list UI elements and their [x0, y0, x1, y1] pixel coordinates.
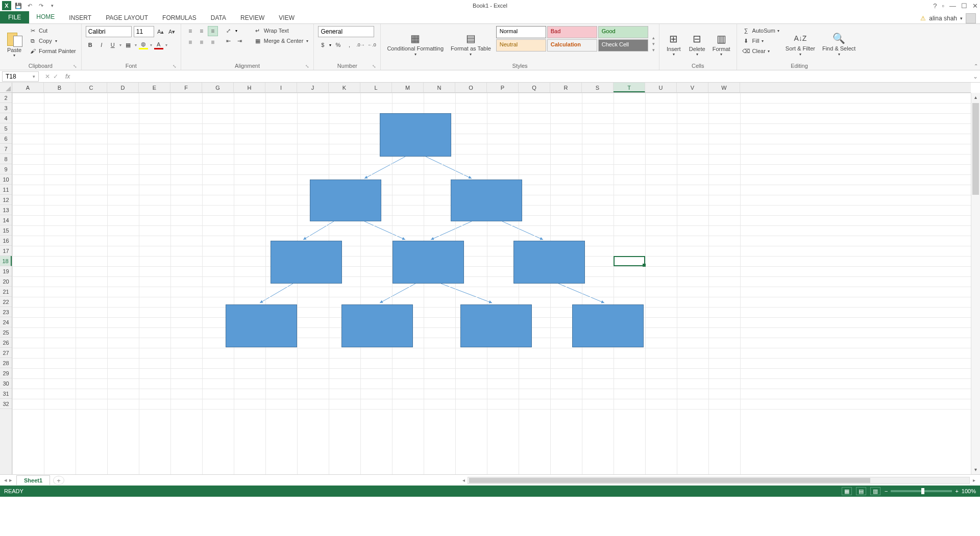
- dialog-launcher-icon[interactable]: ⤡: [372, 64, 376, 69]
- help-icon[interactable]: ?: [933, 2, 937, 10]
- row-head-12[interactable]: 12: [0, 195, 12, 205]
- undo-icon[interactable]: ↶: [26, 2, 34, 10]
- rectangle-shape[interactable]: [572, 304, 644, 347]
- row-head-28[interactable]: 28: [0, 358, 12, 368]
- zoom-in-button[interactable]: +: [955, 488, 958, 494]
- col-head-R[interactable]: R: [550, 83, 582, 92]
- decrease-decimal-button[interactable]: ←.0: [367, 40, 376, 49]
- rectangle-shape[interactable]: [393, 241, 464, 284]
- row-head-2[interactable]: 2: [0, 93, 12, 103]
- autosum-button[interactable]: ∑AutoSum▾: [741, 26, 780, 35]
- row-head-7[interactable]: 7: [0, 144, 12, 154]
- account-dropdown-icon[interactable]: ▾: [960, 16, 963, 21]
- col-head-S[interactable]: S: [582, 83, 614, 92]
- column-headers[interactable]: ABCDEFGHIJKLMNOPQRSTUVW: [12, 83, 971, 93]
- cancel-icon[interactable]: ✕: [45, 73, 50, 80]
- insert-cells-button[interactable]: ⊞Insert▾: [664, 26, 684, 62]
- rectangle-shape[interactable]: [460, 304, 532, 347]
- row-head-23[interactable]: 23: [0, 307, 12, 317]
- col-head-A[interactable]: A: [12, 83, 44, 92]
- collapse-ribbon-icon[interactable]: ⌃: [974, 63, 978, 69]
- col-head-G[interactable]: G: [202, 83, 234, 92]
- row-head-20[interactable]: 20: [0, 276, 12, 287]
- increase-decimal-button[interactable]: .0→: [356, 40, 365, 49]
- qat-dropdown-icon[interactable]: ▾: [48, 2, 56, 10]
- col-head-K[interactable]: K: [329, 83, 360, 92]
- hscroll-left-icon[interactable]: ◂: [459, 477, 468, 483]
- account-area[interactable]: ⚠ alina shah ▾: [920, 13, 976, 23]
- row-head-31[interactable]: 31: [0, 389, 12, 399]
- paste-button[interactable]: Paste ▾: [4, 26, 24, 62]
- tab-page-layout[interactable]: PAGE LAYOUT: [99, 12, 155, 23]
- redo-icon[interactable]: ↷: [37, 2, 45, 10]
- row-head-8[interactable]: 8: [0, 154, 12, 164]
- accounting-button[interactable]: $: [318, 40, 327, 49]
- col-head-Q[interactable]: Q: [519, 83, 550, 92]
- col-head-I[interactable]: I: [265, 83, 297, 92]
- dialog-launcher-icon[interactable]: ⤡: [305, 64, 309, 69]
- col-head-V[interactable]: V: [677, 83, 708, 92]
- tab-insert[interactable]: INSERT: [62, 12, 99, 23]
- comma-button[interactable]: ,: [345, 40, 354, 49]
- connector-arrow[interactable]: [303, 221, 334, 240]
- row-head-11[interactable]: 11: [0, 185, 12, 195]
- name-box[interactable]: T18 ▾: [2, 71, 39, 82]
- col-head-P[interactable]: P: [487, 83, 519, 92]
- avatar-icon[interactable]: [966, 13, 976, 23]
- dialog-launcher-icon[interactable]: ⤡: [73, 64, 77, 69]
- row-head-16[interactable]: 16: [0, 236, 12, 246]
- row-head-29[interactable]: 29: [0, 368, 12, 378]
- connector-arrow[interactable]: [502, 221, 543, 240]
- connector-arrow[interactable]: [431, 221, 472, 240]
- rectangle-shape[interactable]: [271, 241, 342, 284]
- row-head-3[interactable]: 3: [0, 103, 12, 113]
- col-head-M[interactable]: M: [392, 83, 424, 92]
- connector-arrow[interactable]: [364, 157, 405, 178]
- col-head-N[interactable]: N: [424, 83, 455, 92]
- col-head-U[interactable]: U: [645, 83, 677, 92]
- formula-input[interactable]: [73, 71, 971, 82]
- page-break-view-button[interactable]: ▥: [870, 487, 880, 495]
- ribbon-display-icon[interactable]: ▫: [942, 2, 944, 10]
- col-head-W[interactable]: W: [708, 83, 740, 92]
- col-head-O[interactable]: O: [455, 83, 487, 92]
- hscroll-thumb[interactable]: [469, 478, 870, 483]
- align-bottom-button[interactable]: ≡: [208, 26, 218, 36]
- col-head-C[interactable]: C: [76, 83, 107, 92]
- style-normal[interactable]: Normal: [496, 26, 546, 38]
- scroll-up-icon[interactable]: ▴: [971, 93, 980, 102]
- style-neutral[interactable]: Neutral: [496, 39, 546, 52]
- fx-icon[interactable]: fx: [62, 73, 73, 80]
- col-head-E[interactable]: E: [139, 83, 170, 92]
- col-head-H[interactable]: H: [234, 83, 265, 92]
- format-as-table-button[interactable]: ▤ Format as Table▾: [449, 26, 493, 62]
- clear-button[interactable]: ⌫Clear▾: [741, 46, 780, 56]
- bold-button[interactable]: B: [86, 40, 95, 49]
- conditional-formatting-button[interactable]: ▦ Conditional Formatting▾: [385, 26, 446, 62]
- select-all-button[interactable]: [0, 83, 12, 93]
- rectangle-shape[interactable]: [226, 304, 297, 347]
- percent-button[interactable]: %: [333, 40, 342, 49]
- cell-styles-gallery[interactable]: Normal Bad Good Neutral Calculation Chec…: [496, 26, 648, 62]
- tab-home[interactable]: HOME: [29, 11, 62, 23]
- active-cell[interactable]: [614, 256, 645, 266]
- col-head-L[interactable]: L: [360, 83, 392, 92]
- rectangle-shape[interactable]: [513, 241, 585, 284]
- connector-arrow[interactable]: [426, 157, 472, 178]
- worksheet-grid[interactable]: ABCDEFGHIJKLMNOPQRSTUVW 2345678910111213…: [0, 83, 980, 474]
- connector-arrow[interactable]: [364, 221, 405, 240]
- number-format-select[interactable]: [318, 26, 374, 37]
- col-head-J[interactable]: J: [297, 83, 329, 92]
- close-icon[interactable]: ✕: [972, 2, 978, 10]
- style-bad[interactable]: Bad: [547, 26, 597, 38]
- tab-file[interactable]: FILE: [0, 11, 29, 23]
- dialog-launcher-icon[interactable]: ⤡: [173, 64, 177, 69]
- fill-color-button[interactable]: ◍: [139, 40, 148, 49]
- rectangle-shape[interactable]: [380, 113, 451, 157]
- row-head-4[interactable]: 4: [0, 113, 12, 123]
- underline-button[interactable]: U: [108, 40, 117, 49]
- format-cells-button[interactable]: ▥Format▾: [710, 26, 732, 62]
- tab-data[interactable]: DATA: [204, 12, 233, 23]
- zoom-slider[interactable]: [891, 490, 952, 492]
- sheet-nav-prev-icon[interactable]: ◂: [4, 477, 7, 483]
